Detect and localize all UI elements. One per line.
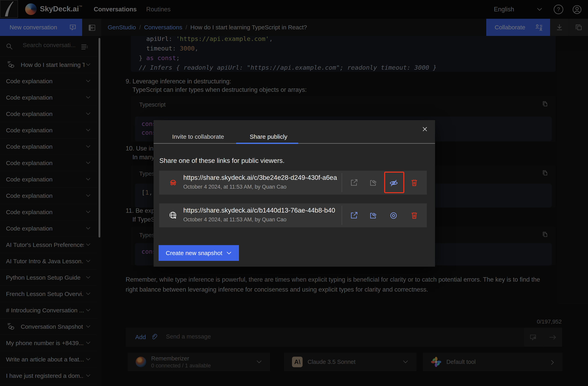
globe-icon [169, 211, 178, 220]
share-meta: October 4 2024, at 11:53 AM, by Quan Cao [183, 184, 286, 190]
focus-ring [384, 172, 404, 193]
share-link-row: https://share.skydeck.ai/c/b1440d13-76ae… [159, 203, 427, 227]
share-instruction: Share one of these links for public view… [159, 157, 284, 164]
delete-link-icon[interactable] [410, 178, 419, 187]
share-url[interactable]: https://share.skydeck.ai/c/3be24e28-d249… [183, 174, 339, 182]
tab-invite-to-collaborate[interactable]: Invite to collaborate [172, 133, 224, 140]
copy-link-icon[interactable] [369, 178, 377, 187]
open-link-icon[interactable] [350, 178, 358, 187]
create-new-snapshot-button[interactable]: Create new snapshot [159, 245, 239, 261]
view-link-eye-icon[interactable] [389, 211, 398, 220]
chevron-down-icon[interactable] [226, 250, 232, 255]
row-divider [342, 173, 342, 192]
open-link-icon[interactable] [350, 211, 358, 220]
app-screen: SkyDeck.ai™ Conversations Routines Engli… [0, 0, 588, 386]
delete-link-icon[interactable] [410, 211, 419, 220]
row-divider [342, 206, 342, 225]
share-modal: Invite to collaborate Share publicly Sha… [154, 120, 435, 267]
share-meta: October 4 2024, at 11:53 AM, by Quan Cao [183, 217, 286, 223]
share-url[interactable]: https://share.skydeck.ai/c/b1440d13-76ae… [183, 206, 339, 214]
share-link-row: https://share.skydeck.ai/c/3be24e28-d249… [159, 171, 427, 195]
active-tab-indicator [236, 143, 298, 144]
create-snapshot-label: Create new snapshot [166, 250, 222, 256]
tab-share-publicly[interactable]: Share publicly [250, 133, 287, 140]
copy-link-icon[interactable] [369, 211, 377, 220]
close-icon[interactable] [421, 126, 428, 133]
incognito-icon [169, 178, 178, 187]
